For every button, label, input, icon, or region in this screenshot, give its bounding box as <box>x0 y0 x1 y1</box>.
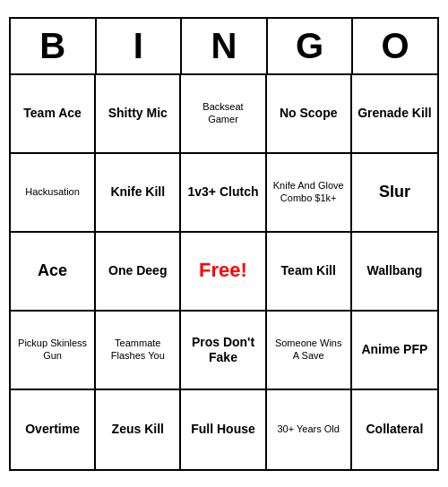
bingo-cell-8[interactable]: Knife And Glove Combo $1k+ <box>267 154 352 233</box>
bingo-cell-22[interactable]: Full House <box>181 390 266 469</box>
bingo-cell-2[interactable]: Backseat Gamer <box>181 75 266 154</box>
bingo-cell-17[interactable]: Pros Don't Fake <box>181 312 266 390</box>
bingo-cell-5[interactable]: Hackusation <box>11 154 96 233</box>
bingo-cell-21[interactable]: Zeus Kill <box>96 390 181 469</box>
bingo-cell-10[interactable]: Ace <box>11 233 96 312</box>
bingo-cell-24[interactable]: Collateral <box>352 390 437 469</box>
bingo-cell-1[interactable]: Shitty Mic <box>96 75 181 154</box>
bingo-cell-16[interactable]: Teammate Flashes You <box>96 312 181 390</box>
bingo-cell-11[interactable]: One Deeg <box>96 233 181 312</box>
bingo-cell-23[interactable]: 30+ Years Old <box>267 390 352 469</box>
bingo-card: BINGO Team AceShitty MicBackseat GamerNo… <box>9 17 439 471</box>
header-letter-i: I <box>97 19 183 73</box>
header-letter-o: O <box>353 19 437 73</box>
bingo-grid: Team AceShitty MicBackseat GamerNo Scope… <box>11 75 437 469</box>
bingo-cell-14[interactable]: Wallbang <box>352 233 437 312</box>
bingo-cell-20[interactable]: Overtime <box>11 390 96 469</box>
bingo-cell-0[interactable]: Team Ace <box>11 75 96 154</box>
bingo-cell-19[interactable]: Anime PFP <box>352 312 437 390</box>
bingo-cell-7[interactable]: 1v3+ Clutch <box>181 154 266 233</box>
bingo-cell-15[interactable]: Pickup Skinless Gun <box>11 312 96 390</box>
bingo-cell-4[interactable]: Grenade Kill <box>352 75 437 154</box>
bingo-cell-13[interactable]: Team Kill <box>267 233 352 312</box>
bingo-cell-6[interactable]: Knife Kill <box>96 154 181 233</box>
bingo-header: BINGO <box>11 19 437 75</box>
bingo-cell-18[interactable]: Someone Wins A Save <box>267 312 352 390</box>
header-letter-g: G <box>268 19 354 73</box>
bingo-cell-9[interactable]: Slur <box>352 154 437 233</box>
header-letter-n: N <box>182 19 268 73</box>
header-letter-b: B <box>11 19 97 73</box>
bingo-cell-3[interactable]: No Scope <box>267 75 352 154</box>
bingo-cell-12[interactable]: Free! <box>181 233 266 312</box>
